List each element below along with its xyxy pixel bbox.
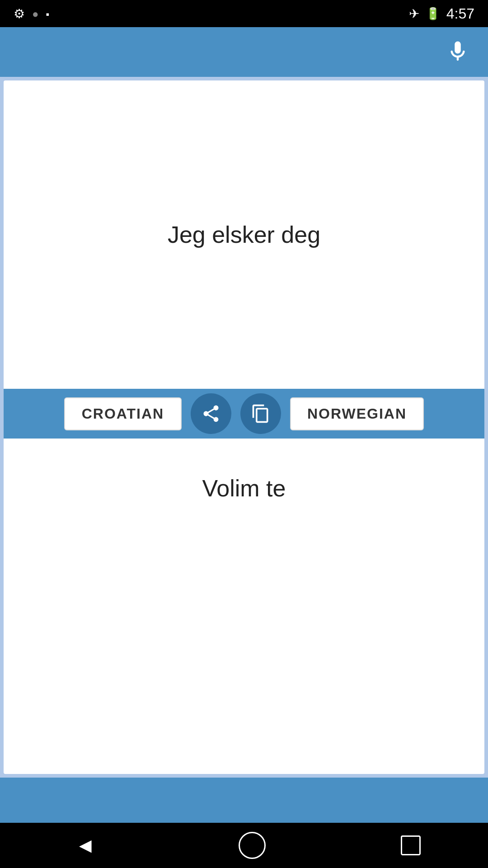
navigation-bar	[0, 823, 488, 868]
translated-text: Volim te	[193, 466, 295, 511]
status-bar: 4:57	[0, 0, 488, 27]
source-language-button[interactable]: CROATIAN	[64, 397, 182, 430]
battery-icon	[426, 6, 440, 21]
source-text-box[interactable]: Jeg elsker deg	[4, 80, 484, 389]
recents-button[interactable]	[401, 835, 421, 855]
main-content: Jeg elsker deg CROATIAN NORWEGIAN Volim …	[0, 77, 488, 778]
share-icon	[201, 404, 221, 424]
home-button[interactable]	[239, 832, 266, 859]
microphone-button[interactable]	[446, 39, 470, 65]
target-language-button[interactable]: NORWEGIAN	[290, 397, 424, 430]
status-time: 4:57	[446, 5, 474, 22]
source-text: Jeg elsker deg	[159, 212, 329, 257]
language-bar: CROATIAN NORWEGIAN	[4, 389, 484, 439]
translation-text-box: Volim te	[4, 439, 484, 774]
copy-button[interactable]	[240, 393, 281, 434]
microphone-icon	[446, 39, 470, 65]
bottom-blue-bar	[0, 778, 488, 823]
status-left-icons	[14, 6, 49, 21]
app-header	[0, 27, 488, 77]
back-icon	[79, 836, 92, 855]
dot-icon	[32, 6, 39, 21]
airplane-icon	[409, 6, 419, 21]
status-right-icons: 4:57	[409, 5, 474, 22]
sd-card-icon	[46, 6, 50, 21]
gear-icon	[14, 6, 25, 21]
back-button[interactable]	[67, 827, 103, 863]
copy-icon	[251, 404, 271, 424]
share-button[interactable]	[191, 393, 231, 434]
